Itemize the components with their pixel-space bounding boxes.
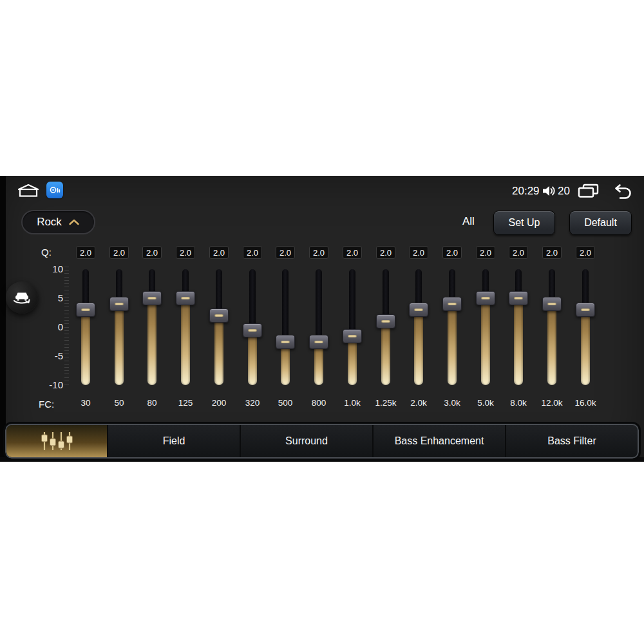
q-value-box[interactable]: 2.0: [176, 246, 195, 259]
slider-track-lower[interactable]: [348, 336, 357, 386]
all-label[interactable]: All: [462, 215, 475, 228]
slider-handle[interactable]: [442, 297, 462, 311]
q-value: 2.0: [446, 248, 458, 258]
bottom-tab-bar: FieldSurroundBass EnhancementBass Filter: [5, 424, 639, 459]
slider-handle[interactable]: [76, 303, 95, 317]
slider-handle[interactable]: [476, 291, 495, 305]
q-value-box[interactable]: 2.0: [409, 246, 428, 259]
q-value: 2.0: [346, 248, 358, 258]
q-value-box[interactable]: 2.0: [109, 246, 129, 259]
slider-track-upper[interactable]: [316, 269, 322, 343]
q-value: 2.0: [146, 248, 158, 258]
slider-handle[interactable]: [509, 291, 528, 305]
slider-track-lower[interactable]: [147, 298, 156, 385]
slider-handle[interactable]: [409, 303, 428, 317]
slider-handle[interactable]: [309, 335, 328, 349]
tab-label: Surround: [285, 435, 328, 447]
q-value: 2.0: [279, 248, 291, 258]
slider-track-lower[interactable]: [581, 310, 590, 385]
q-value-box[interactable]: 2.0: [576, 246, 595, 259]
handle-mark-icon: [414, 308, 423, 311]
default-button[interactable]: Default: [569, 211, 632, 235]
eq-band: 2.0 80: [135, 240, 169, 414]
slider-handle[interactable]: [376, 314, 395, 328]
q-value-box[interactable]: 2.0: [276, 246, 295, 259]
eq-band: 2.0 800: [302, 240, 336, 414]
q-value-box[interactable]: 2.0: [142, 246, 162, 259]
tab-equalizer[interactable]: [6, 425, 107, 457]
slider-track-lower[interactable]: [547, 304, 556, 385]
slider-handle[interactable]: [542, 297, 562, 311]
q-value-box[interactable]: 2.0: [209, 246, 229, 259]
slider-handle[interactable]: [209, 308, 229, 323]
back-icon[interactable]: [611, 184, 632, 202]
slider-track-lower[interactable]: [381, 321, 390, 385]
axis-tick-label: -10: [26, 379, 63, 391]
eq-band: 2.0 30: [69, 240, 102, 414]
q-value-box[interactable]: 2.0: [509, 246, 528, 259]
handle-mark-icon: [514, 297, 523, 299]
handle-mark-icon: [448, 303, 457, 305]
tab-bass-enhancement[interactable]: Bass Enhancement: [372, 425, 505, 457]
handle-mark-icon: [381, 320, 390, 323]
sound-field-fab[interactable]: [6, 281, 38, 314]
handle-mark-icon: [115, 303, 124, 305]
frequency-label: 16.0k: [565, 398, 606, 408]
slider-track-upper[interactable]: [282, 269, 289, 343]
slider-track-lower[interactable]: [414, 310, 423, 385]
slider-handle[interactable]: [276, 335, 295, 349]
slider-track-lower[interactable]: [81, 310, 90, 385]
slider-handle[interactable]: [576, 303, 595, 317]
q-value: 2.0: [546, 248, 558, 258]
slider-track-lower[interactable]: [448, 304, 457, 385]
equalizer-sliders-icon: [38, 431, 75, 451]
slider-track-lower[interactable]: [181, 298, 190, 385]
music-app-icon[interactable]: [46, 182, 63, 198]
clock: 20:29: [512, 184, 540, 198]
tab-surround[interactable]: Surround: [240, 425, 372, 457]
fc-row-label: FC:: [39, 399, 54, 410]
chevron-up-icon: [68, 219, 80, 225]
slider-track-lower[interactable]: [248, 330, 257, 386]
q-value: 2.0: [413, 248, 424, 258]
screen-left-bezel: [0, 176, 6, 462]
eq-band: 2.0 5.0k: [469, 240, 502, 414]
slider-handle[interactable]: [109, 297, 129, 311]
q-value-box[interactable]: 2.0: [442, 246, 462, 259]
home-icon[interactable]: [17, 183, 39, 200]
slider-track-lower[interactable]: [481, 298, 490, 385]
preset-selector[interactable]: Rock: [21, 210, 95, 234]
axis-tick-ruler: [64, 267, 69, 387]
slider-handle[interactable]: [343, 329, 362, 343]
q-value-box[interactable]: 2.0: [542, 246, 562, 259]
eq-band: 2.0 2.0k: [402, 240, 435, 414]
slider-track-upper[interactable]: [249, 269, 256, 332]
slider-track-lower[interactable]: [115, 304, 124, 385]
eq-band: 2.0 200: [202, 240, 236, 414]
headunit-screen: 20:29 20 Rock All Set Up Default Q: FC: …: [0, 176, 644, 462]
tab-field[interactable]: Field: [107, 425, 240, 457]
tab-label: Field: [163, 435, 185, 447]
slider-handle[interactable]: [243, 323, 262, 337]
q-value-box[interactable]: 2.0: [476, 246, 495, 259]
slider-handle[interactable]: [142, 291, 162, 305]
q-value-box[interactable]: 2.0: [76, 246, 95, 259]
slider-track-lower[interactable]: [514, 298, 523, 385]
speaker-icon[interactable]: [542, 185, 556, 200]
tab-bass-filter[interactable]: Bass Filter: [505, 425, 638, 457]
q-value: 2.0: [513, 248, 524, 258]
handle-mark-icon: [281, 341, 290, 343]
handle-mark-icon: [547, 303, 556, 305]
q-value: 2.0: [180, 248, 191, 258]
slider-track-upper[interactable]: [349, 269, 355, 337]
q-value-box[interactable]: 2.0: [243, 246, 262, 259]
q-value: 2.0: [213, 248, 225, 258]
setup-button[interactable]: Set Up: [493, 211, 555, 235]
recents-icon[interactable]: [578, 184, 599, 201]
q-value-box[interactable]: 2.0: [343, 246, 362, 259]
slider-handle[interactable]: [176, 291, 195, 305]
slider-track-lower[interactable]: [214, 316, 223, 385]
axis-tick-label: 10: [26, 263, 63, 275]
q-value-box[interactable]: 2.0: [309, 246, 328, 259]
q-value-box[interactable]: 2.0: [376, 246, 395, 259]
